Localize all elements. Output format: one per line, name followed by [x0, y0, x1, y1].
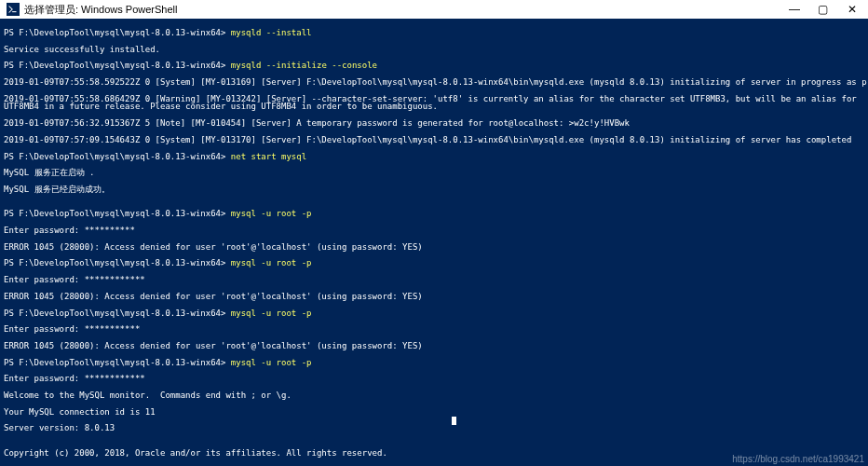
term-line: PS F:\DevelopTool\mysql\mysql-8.0.13-win… [4, 259, 864, 267]
term-line: Enter password: *********** [4, 325, 864, 334]
term-line: Enter password: ************ [4, 276, 864, 284]
command: mysql -u root -p [231, 258, 312, 267]
term-line: 2019-01-09T07:56:32.915367Z 5 [Note] [MY… [4, 119, 864, 128]
watermark: https://blog.csdn.net/ca1993421 [732, 456, 864, 464]
command: net start mysql [231, 152, 306, 161]
close-button[interactable]: ✕ [836, 0, 868, 19]
term-line: 2019-01-09T07:55:58.686429Z 0 [Warning] … [4, 95, 864, 112]
maximize-button[interactable]: ▢ [808, 0, 836, 19]
term-line: Enter password: ********** [4, 226, 864, 235]
term-line: ERROR 1045 (28000): Access denied for us… [4, 342, 864, 350]
term-line: MySQL 服务已经启动成功。 [4, 185, 864, 194]
minimize-button[interactable]: — [780, 0, 808, 19]
term-line: Your MySQL connection id is 11 [4, 408, 864, 417]
terminal-output[interactable]: PS F:\DevelopTool\mysql\mysql-8.0.13-win… [0, 19, 868, 466]
term-line: ERROR 1045 (28000): Access denied for us… [4, 293, 864, 301]
svg-rect-0 [7, 3, 20, 16]
term-line: PS F:\DevelopTool\mysql\mysql-8.0.13-win… [4, 29, 864, 37]
command: mysql -u root -p [231, 358, 312, 367]
term-line: PS F:\DevelopTool\mysql\mysql-8.0.13-win… [4, 62, 864, 70]
term-line: PS F:\DevelopTool\mysql\mysql-8.0.13-win… [4, 309, 864, 318]
term-line: Service successfully installed. [4, 46, 864, 54]
command: mysqld --install [231, 28, 312, 37]
term-line: Server version: 8.0.13 [4, 424, 864, 432]
term-line: PS F:\DevelopTool\mysql\mysql-8.0.13-win… [4, 210, 864, 218]
window-controls: — ▢ ✕ [780, 0, 868, 19]
term-line: 2019-01-09T07:57:09.154643Z 0 [System] [… [4, 136, 864, 144]
term-line: Enter password: ************ [4, 375, 864, 383]
term-line: PS F:\DevelopTool\mysql\mysql-8.0.13-win… [4, 359, 864, 367]
powershell-icon [6, 2, 20, 17]
command: mysql -u root -p [231, 209, 312, 218]
cursor-icon [452, 417, 456, 425]
command: mysql -u root -p [231, 308, 312, 318]
command: mysqld --initialize --console [231, 61, 377, 70]
titlebar[interactable]: 选择管理员: Windows PowerShell — ▢ ✕ [0, 0, 868, 19]
term-line: PS F:\DevelopTool\mysql\mysql-8.0.13-win… [4, 153, 864, 161]
window-title: 选择管理员: Windows PowerShell [24, 3, 780, 17]
powershell-window: 选择管理员: Windows PowerShell — ▢ ✕ PS F:\De… [0, 0, 868, 466]
term-line: ERROR 1045 (28000): Access denied for us… [4, 243, 864, 252]
term-line: Welcome to the MySQL monitor. Commands e… [4, 391, 864, 400]
term-line: MySQL 服务正在启动 . [4, 169, 864, 177]
term-line: 2019-01-09T07:55:58.592522Z 0 [System] [… [4, 78, 864, 87]
